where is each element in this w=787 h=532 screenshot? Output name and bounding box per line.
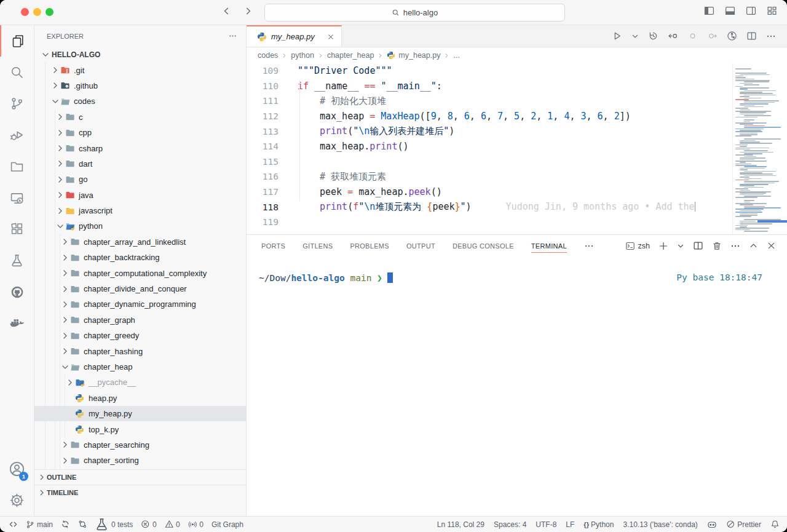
customize-layout-icon[interactable]: [767, 6, 777, 16]
status-0[interactable]: 0: [188, 520, 204, 529]
tree-item-chapter-array-and-linkedlist[interactable]: chapter_array_and_linkedlist: [34, 234, 246, 250]
minimap[interactable]: [732, 63, 787, 234]
testing-activity-icon[interactable]: [0, 245, 34, 276]
tab-my-heap[interactable]: my_heap.py: [247, 25, 342, 47]
remote-explorer-activity-icon[interactable]: [0, 182, 34, 213]
code-line-117[interactable]: 117peek = max_heap.peek(): [247, 185, 787, 200]
split-terminal-icon[interactable]: [693, 240, 703, 251]
outline-section-header[interactable]: OUTLINE: [34, 469, 246, 485]
status-bell[interactable]: [770, 520, 780, 529]
editor-more-actions-icon[interactable]: [766, 31, 776, 41]
status-3-10-13-base-conda[interactable]: 3.10.13 ('base': conda): [623, 520, 697, 529]
toggle-panel-icon[interactable]: [725, 6, 735, 16]
breadcrumb-item[interactable]: chapter_heap: [327, 51, 374, 60]
tree-item-chapter-greedy[interactable]: chapter_greedy: [34, 328, 246, 343]
close-panel-icon[interactable]: [767, 241, 776, 250]
tree-item-cpp[interactable]: cpp: [34, 125, 246, 140]
code-line-110[interactable]: 110if __name__ == "__main__":: [247, 79, 787, 94]
tree-item--github[interactable]: .github: [34, 78, 246, 93]
panel-tab-problems[interactable]: PROBLEMS: [350, 235, 389, 256]
tree-item-chapter-sorting[interactable]: chapter_sorting: [34, 453, 246, 468]
code-line-118[interactable]: 118print(f"\n堆顶元素为 {peek}")Yudong Jin, 9…: [247, 199, 787, 215]
tree-item-chapter-searching[interactable]: chapter_searching: [34, 437, 246, 453]
tree-item-c[interactable]: c: [34, 109, 246, 125]
tree-item--git[interactable]: .git: [34, 62, 246, 77]
status-0-tests[interactable]: 0 tests: [95, 517, 133, 531]
tree-item-codes[interactable]: codes: [34, 93, 246, 109]
status-0[interactable]: 0: [141, 520, 156, 529]
tree-item-hello-algo[interactable]: HELLO-ALGO: [34, 47, 246, 62]
breadcrumb-item[interactable]: my_heap.py: [398, 51, 440, 60]
status-utf-8[interactable]: UTF-8: [536, 520, 556, 529]
tree-item-chapter-heap[interactable]: chapter_heap: [34, 359, 246, 375]
status-spaces-4[interactable]: Spaces: 4: [494, 520, 526, 529]
tree-item-python[interactable]: python: [34, 218, 246, 234]
tree-item-chapter-dynamic-programming[interactable]: chapter_dynamic_programming: [34, 296, 246, 312]
tree-item-csharp[interactable]: csharp: [34, 140, 246, 156]
status-sync[interactable]: [61, 520, 70, 529]
toggle-secondary-sidebar-icon[interactable]: [746, 6, 756, 16]
command-center-search[interactable]: hello-algo: [264, 4, 565, 22]
accounts-activity-icon[interactable]: 1: [0, 453, 34, 485]
tree-item-javascript[interactable]: javascript: [34, 203, 246, 218]
explorer-activity-icon[interactable]: [0, 25, 34, 57]
code-line-119[interactable]: 119: [247, 215, 787, 230]
status-python[interactable]: { }Python: [583, 520, 614, 529]
tree-item-chapter-computational-complexity[interactable]: chapter_computational_complexity: [34, 265, 246, 280]
code-line-112[interactable]: 112max_heap = MaxHeap([9, 8, 6, 6, 7, 5,…: [247, 109, 787, 124]
tree-item-my-heap-py[interactable]: my_heap.py: [34, 406, 246, 421]
new-terminal-icon[interactable]: [658, 241, 668, 251]
tree-item-chapter-backtracking[interactable]: chapter_backtracking: [34, 250, 246, 265]
terminal-instance-zsh[interactable]: zsh: [625, 241, 650, 251]
explorer-more-actions-icon[interactable]: [228, 31, 237, 41]
run-dropdown-icon[interactable]: [631, 33, 639, 40]
gitlens-graph-icon[interactable]: [727, 31, 737, 41]
status-0[interactable]: 0: [165, 520, 180, 529]
previous-change-icon[interactable]: [687, 31, 698, 41]
close-tab-icon[interactable]: [326, 33, 335, 41]
tree-item-chapter-hashing[interactable]: chapter_hashing: [34, 343, 246, 359]
status-prettier[interactable]: Prettier: [726, 520, 761, 529]
run-and-debug-activity-icon[interactable]: [0, 119, 34, 151]
status-ln-118-col-29[interactable]: Ln 118, Col 29: [437, 520, 484, 529]
tree-item-heap-py[interactable]: heap.py: [34, 391, 246, 406]
code-line-115[interactable]: 115: [247, 154, 787, 170]
panel-tab-debug-console[interactable]: DEBUG CONSOLE: [453, 235, 514, 256]
tree-item--pycache-[interactable]: __pycache__: [34, 375, 246, 390]
panel-tab-terminal[interactable]: TERMINAL: [531, 235, 567, 256]
nav-forward-icon[interactable]: [242, 6, 253, 17]
code-editor[interactable]: 109"""Driver Code"""110if __name__ == "_…: [247, 63, 787, 234]
panel-tab-output[interactable]: OUTPUT: [406, 235, 435, 256]
minimize-window-button[interactable]: [33, 8, 41, 16]
manage-settings-activity-icon[interactable]: [0, 485, 34, 516]
search-activity-icon[interactable]: [0, 57, 34, 88]
status-copilot[interactable]: [707, 520, 717, 530]
panel-tabs-overflow-icon[interactable]: [584, 241, 594, 251]
nav-back-icon[interactable]: [221, 6, 232, 17]
tree-item-chapter-graph[interactable]: chapter_graph: [34, 312, 246, 328]
tree-item-dart[interactable]: dart: [34, 156, 246, 172]
status-lf[interactable]: LF: [566, 520, 574, 529]
timeline-section-header[interactable]: TIMELINE: [34, 485, 246, 501]
maximize-panel-icon[interactable]: [749, 241, 758, 250]
panel-tab-gitlens[interactable]: GITLENS: [303, 235, 333, 256]
tree-item-chapter-divide-and-conquer[interactable]: chapter_divide_and_conquer: [34, 281, 246, 296]
tree-item-go[interactable]: go: [34, 172, 246, 187]
tree-item-java[interactable]: java: [34, 188, 246, 203]
split-editor-icon[interactable]: [746, 31, 757, 41]
run-python-file-icon[interactable]: [612, 31, 622, 41]
project-folder-activity-icon[interactable]: [0, 151, 34, 182]
code-line-116[interactable]: 116# 获取堆顶元素: [247, 169, 787, 185]
panel-more-actions-icon[interactable]: [730, 241, 740, 251]
source-control-activity-icon[interactable]: [0, 88, 34, 119]
terminal-dropdown-icon[interactable]: [677, 242, 684, 250]
code-line-109[interactable]: 109"""Driver Code""": [247, 63, 787, 79]
kill-terminal-icon[interactable]: [712, 241, 722, 251]
tree-item-top-k-py[interactable]: top_k.py: [34, 421, 246, 437]
breadcrumb-item[interactable]: python: [291, 51, 314, 60]
breadcrumb-item[interactable]: ...: [453, 51, 459, 60]
close-window-button[interactable]: [21, 8, 29, 16]
toggle-sidebar-icon[interactable]: [704, 6, 714, 16]
open-changes-icon[interactable]: [668, 31, 678, 41]
file-history-icon[interactable]: [648, 31, 658, 41]
